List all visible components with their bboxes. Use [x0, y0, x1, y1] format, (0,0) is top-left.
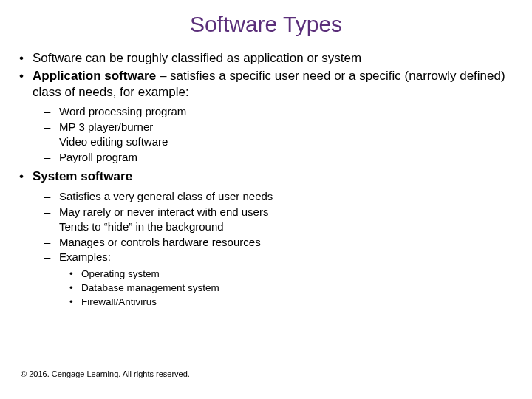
copyright-footer: © 2016. Cengage Learning. All rights res… [21, 369, 190, 378]
bullet-item: System software Satisfies a very general… [33, 168, 517, 309]
bullet-item: Operating system [81, 267, 517, 281]
bullet-item: Database management system [81, 282, 517, 295]
bullet-list-level2: Word processing program MP 3 player/burn… [33, 104, 517, 164]
bullet-item: Payroll program [59, 150, 517, 165]
bullet-item: Word processing program [59, 104, 517, 119]
bullet-item: Satisfies a very general class of user n… [59, 189, 517, 204]
slide-title: Software Types [15, 12, 517, 37]
bullet-list-level1: Software can be roughly classified as ap… [15, 50, 517, 309]
bullet-item: Software can be roughly classified as ap… [33, 50, 517, 66]
bullet-item: Manages or controls hardware resources [59, 235, 517, 250]
bullet-item: Firewall/Antivirus [81, 296, 517, 309]
bullet-item: Tends to “hide” in the background [59, 219, 517, 234]
bullet-text: Examples: [59, 250, 111, 263]
bullet-list-level2: Satisfies a very general class of user n… [33, 189, 517, 309]
bold-term: System software [33, 169, 132, 183]
bullet-list-level3: Operating system Database management sys… [59, 267, 517, 310]
bullet-item: Video editing software [59, 134, 517, 149]
bullet-item: MP 3 player/burner [59, 120, 517, 134]
bold-term: Application software [33, 69, 156, 83]
bullet-item: Application software – satisfies a speci… [33, 68, 517, 165]
bullet-item: May rarely or never interact with end us… [59, 205, 517, 219]
bullet-item: Examples: Operating system Database mana… [59, 250, 517, 309]
